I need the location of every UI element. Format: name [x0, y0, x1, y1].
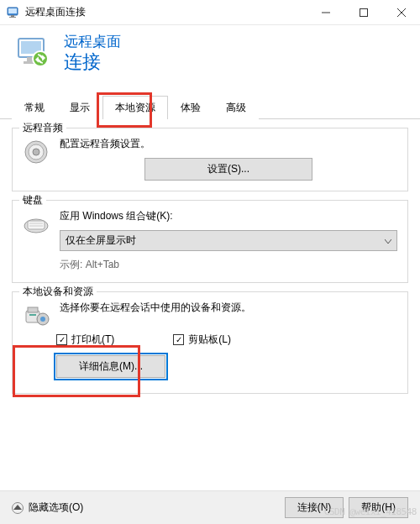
keyboard-icon: [23, 211, 50, 238]
help-button[interactable]: 帮助(H): [349, 497, 408, 518]
checkbox-printer-label: 打印机(T): [71, 333, 114, 347]
checkbox-printer-box: ✓: [56, 334, 67, 345]
rdp-logo-icon: [15, 35, 52, 72]
group-remote-audio: 远程音频 配置远程音频设置。 设置(S)...: [12, 128, 408, 191]
svg-point-15: [33, 149, 39, 155]
app-icon: [7, 6, 20, 19]
maximize-button[interactable]: [344, 0, 382, 25]
keyboard-label: 应用 Windows 组合键(K):: [60, 209, 397, 223]
tab-strip: 常规 显示 本地资源 体验 高级: [0, 95, 420, 119]
tab-local-resources[interactable]: 本地资源: [102, 96, 168, 119]
group-title-devices: 本地设备和资源: [19, 285, 97, 299]
hide-options-toggle[interactable]: 隐藏选项(O): [12, 500, 280, 515]
checkbox-printer[interactable]: ✓ 打印机(T): [56, 333, 114, 347]
group-keyboard: 键盘 应用 Windows 组合键(K): 仅在全屏显示时 示例: Alt+Ta…: [12, 200, 408, 283]
tab-panel-local-resources: 远程音频 配置远程音频设置。 设置(S)... 键盘 应用 Windows 组合…: [0, 119, 420, 406]
checkbox-clipboard-box: ✓: [173, 334, 184, 345]
keyboard-hint: 示例: Alt+Tab: [60, 258, 397, 272]
chevron-down-icon: [385, 235, 391, 247]
dialog-footer: 隐藏选项(O) 连接(N) 帮助(H): [0, 490, 420, 524]
checkbox-clipboard[interactable]: ✓ 剪贴板(L): [173, 333, 231, 347]
group-local-devices: 本地设备和资源 选择你要在远程会话中使用的设备和资源。 ✓ 打印机(T) ✓ 剪…: [12, 291, 408, 394]
svg-rect-17: [28, 221, 45, 229]
devices-icon: [23, 302, 50, 329]
tab-general[interactable]: 常规: [12, 96, 57, 119]
svg-rect-1: [8, 8, 17, 13]
chevron-up-icon: [12, 502, 24, 514]
group-title-keyboard: 键盘: [19, 193, 46, 207]
checkbox-clipboard-label: 剪贴板(L): [188, 333, 231, 347]
svg-rect-21: [28, 307, 38, 312]
tab-experience[interactable]: 体验: [168, 96, 213, 119]
svg-point-12: [33, 51, 48, 66]
keyboard-combo-select[interactable]: 仅在全屏显示时: [60, 230, 397, 251]
minimize-button[interactable]: [307, 0, 344, 25]
title-bar: 远程桌面连接: [0, 0, 420, 25]
tab-display[interactable]: 显示: [57, 96, 102, 119]
devices-description: 选择你要在远程会话中使用的设备和资源。: [60, 301, 397, 315]
window-title: 远程桌面连接: [25, 5, 307, 19]
svg-rect-5: [360, 8, 367, 16]
connect-button[interactable]: 连接(N): [285, 497, 344, 518]
audio-settings-button[interactable]: 设置(S)...: [144, 158, 312, 181]
svg-rect-24: [29, 314, 36, 316]
svg-point-23: [40, 317, 45, 322]
tab-advanced[interactable]: 高级: [213, 96, 259, 119]
speaker-icon: [23, 139, 50, 165]
group-title-audio: 远程音频: [19, 121, 66, 135]
hide-options-label: 隐藏选项(O): [29, 500, 83, 515]
dialog-header: 远程桌面 连接: [0, 25, 420, 86]
header-subtitle: 连接: [64, 50, 121, 75]
close-button[interactable]: [382, 0, 420, 25]
details-button[interactable]: 详细信息(M)...: [56, 355, 165, 378]
audio-description: 配置远程音频设置。: [60, 137, 397, 151]
svg-rect-2: [11, 15, 14, 17]
header-title: 远程桌面: [64, 32, 121, 51]
select-value: 仅在全屏显示时: [66, 233, 136, 248]
svg-rect-3: [9, 17, 16, 18]
